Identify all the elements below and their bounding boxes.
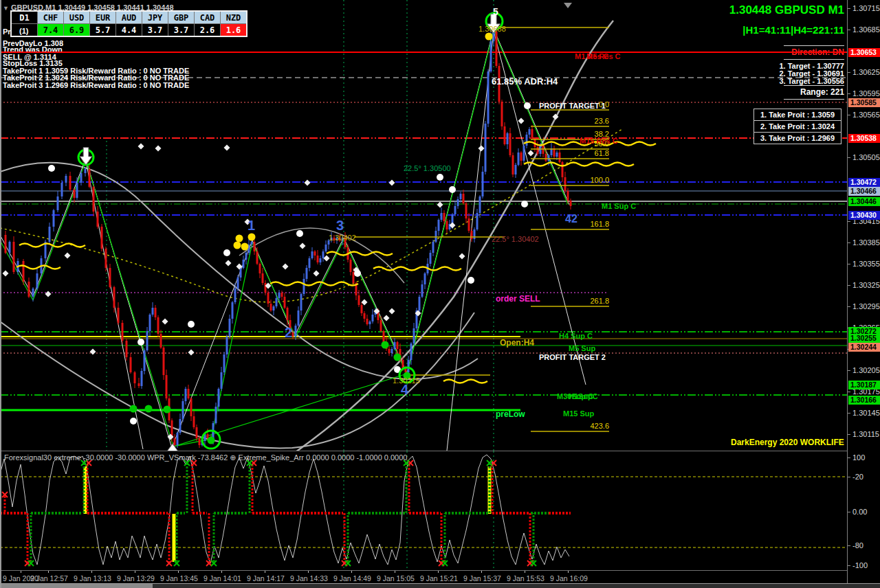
price-axis-label: 1.30595 — [852, 90, 880, 98]
strength-rank-cell — [11, 24, 38, 37]
strength-header-D1: D1 — [11, 11, 38, 24]
svg-text:61.8: 61.8 — [595, 149, 609, 157]
price-axis-label: 1.30295 — [852, 303, 880, 310]
strength-header-CAD: CAD — [195, 11, 221, 24]
axis-tick — [848, 242, 850, 243]
main-chart-canvas[interactable]: 0.023.638.250.061.8100.0161.8261.8423.6 — [0, 0, 847, 451]
indicator-panel-canvas[interactable] — [0, 451, 847, 570]
price-axis-label: 1.30715 — [852, 5, 880, 12]
time-axis[interactable]: 9 Jan 20209 Jan 12:579 Jan 13:139 Jan 13… — [0, 571, 847, 583]
markers-layer — [2, 3, 572, 451]
strength-value-CHF: 7.4 — [38, 24, 64, 37]
time-tick — [265, 571, 265, 573]
time-tick — [91, 571, 92, 573]
time-tick — [21, 571, 21, 573]
price-badge-1.30166: 1.30166 — [848, 396, 880, 405]
strength-header-CHF: CHF — [38, 11, 64, 24]
white-pattern-lines — [0, 29, 586, 451]
strength-value-NZD: 1.6 — [221, 24, 248, 37]
axis-tick — [848, 413, 850, 414]
price-axis-label: 1.30205 — [852, 367, 880, 374]
take-profit-row-2: 2. Take Proit : 1.3024 — [754, 121, 841, 133]
time-tick — [48, 571, 49, 573]
time-label-4: 9 Jan 13:45 — [160, 574, 198, 583]
time-tick — [568, 571, 569, 573]
window-left-edge — [0, 0, 1, 588]
price-axis-label: 1.30625 — [852, 69, 880, 76]
time-label-13: 9 Jan 16:09 — [550, 574, 588, 583]
axis-tick — [848, 115, 850, 115]
strength-value-USD: 6.9 — [64, 24, 90, 37]
strength-header-EUR: EUR — [90, 11, 116, 24]
time-label-1: 9 Jan 12:57 — [30, 574, 68, 583]
indicator-axis-label: -20 — [852, 473, 864, 481]
time-label-3: 9 Jan 13:29 — [117, 574, 155, 583]
indicator-axis-label: 100 — [852, 454, 865, 462]
axis-tick — [848, 285, 850, 286]
axis-tick — [848, 392, 850, 392]
axis-tick — [848, 8, 850, 9]
axis-tick — [848, 370, 850, 371]
price-axis-label: 1.30325 — [852, 282, 880, 289]
price-badge-1.30585: 1.30585 — [848, 98, 880, 107]
strength-header-USD: USD — [64, 11, 90, 24]
strength-value-CAD: 2.6 — [195, 24, 221, 37]
time-label-5: 9 Jan 14:01 — [204, 574, 241, 583]
time-label-6: 9 Jan 14:17 — [247, 574, 285, 583]
price-axis-label: 1.30685 — [852, 26, 880, 34]
take-profit-row-3: 3. Take Proit : 1.2969 — [754, 133, 841, 144]
time-tick — [308, 571, 309, 573]
price-badge-1.30466: 1.30466 — [848, 187, 880, 196]
time-tick — [178, 571, 179, 573]
svg-text:0.0: 0.0 — [599, 100, 609, 109]
time-label-10: 9 Jan 15:21 — [420, 574, 458, 583]
scrollbar-thumb[interactable] — [0, 584, 153, 588]
strength-header-JPY: JPY — [142, 11, 168, 24]
time-label-11: 9 Jan 15:37 — [463, 574, 501, 583]
axis-tick — [848, 434, 850, 435]
indicator-axis-label: -100 — [852, 562, 868, 569]
ma-curves — [0, 21, 622, 451]
price-axis[interactable]: 1.307151.306851.306251.305951.305651.305… — [847, 0, 880, 588]
strength-value-EUR: 5.7 — [90, 24, 116, 37]
indicator-axis-label: -80 — [852, 542, 864, 550]
symbol-dropdown-icon[interactable]: ▼ — [3, 5, 9, 12]
price-axis-label: 1.30385 — [852, 239, 880, 247]
time-tick — [135, 571, 135, 573]
green-pattern-lines — [0, 30, 568, 446]
price-badge-1.30472: 1.30472 — [848, 178, 880, 187]
axis-tick — [848, 30, 850, 30]
price-badge-1.30538: 1.30538 — [848, 134, 880, 143]
time-label-9: 9 Jan 15:05 — [377, 574, 415, 583]
price-badge-1.30446: 1.30446 — [848, 197, 880, 206]
time-tick — [221, 571, 222, 573]
svg-text:100.0: 100.0 — [590, 176, 609, 184]
svg-text:423.6: 423.6 — [590, 422, 609, 430]
axis-tick — [848, 93, 850, 94]
price-axis-label: 1.30505 — [852, 154, 880, 161]
axis-tick — [848, 72, 850, 73]
time-label-7: 9 Jan 14:33 — [290, 574, 328, 583]
indicator-header: Forexsignal30 extreme -30.0000 -30.0000 … — [4, 453, 407, 462]
indicator-separator[interactable] — [0, 451, 880, 451]
time-tick — [395, 571, 395, 573]
price-axis-label: 1.30115 — [852, 431, 879, 438]
symbol-ohlc-text: GBPUSD,M1 1.30449 1.30458 1.30441 1.3044… — [11, 3, 174, 12]
take-profit-box: 1. Take Proit : 1.30592. Take Proit : 1.… — [754, 109, 842, 144]
svg-text:23.6: 23.6 — [595, 117, 609, 125]
time-tick — [481, 571, 482, 573]
strength-value-JPY: 3.7 — [142, 24, 168, 37]
candles-layer — [5, 22, 572, 448]
axis-tick — [848, 221, 850, 222]
time-label-12: 9 Jan 15:53 — [507, 574, 544, 583]
indicator-axis-label: 0.00 — [852, 508, 867, 516]
strength-header-AUD: AUD — [116, 11, 142, 24]
price-axis-label: 1.30565 — [852, 111, 880, 119]
axis-tick — [848, 157, 850, 158]
fast-ma-segments — [16, 142, 656, 383]
currency-strength-table: D1CHFUSDEURAUDJPYGBPCADNZD7.46.95.74.43.… — [10, 10, 248, 37]
strength-header-GBP: GBP — [168, 11, 195, 24]
price-badge-1.30653: 1.30653 — [848, 48, 880, 57]
price-axis-label: 1.30145 — [852, 409, 880, 417]
price-badge-1.30255: 1.30255 — [848, 334, 880, 343]
